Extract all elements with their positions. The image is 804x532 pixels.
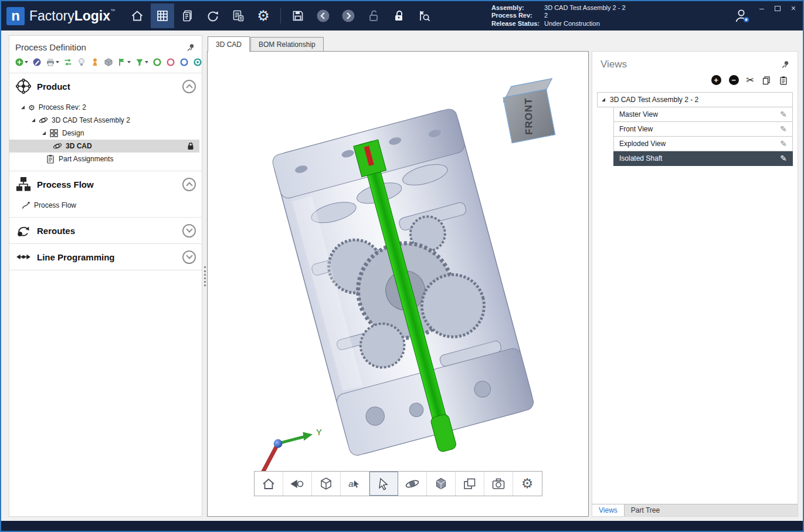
- layers-button[interactable]: [456, 472, 484, 496]
- status-green-button[interactable]: [152, 56, 162, 68]
- status-red-icon: [166, 57, 175, 67]
- print-button[interactable]: [45, 56, 60, 68]
- orientation-cube[interactable]: FRONT: [492, 77, 566, 146]
- views-root-row[interactable]: 3D CAD Test Assembly 2 - 2: [597, 92, 793, 107]
- settings-button[interactable]: ⚙: [252, 4, 275, 28]
- paste-icon[interactable]: [779, 76, 788, 85]
- view-row-front[interactable]: Front View ✎: [613, 122, 793, 137]
- expand-reroutes-button[interactable]: [182, 224, 196, 238]
- maximize-button[interactable]: [775, 6, 781, 11]
- filter-icon: [135, 57, 144, 67]
- save-button[interactable]: [286, 4, 310, 28]
- edit-view-icon[interactable]: ✎: [780, 140, 787, 148]
- user-session-button[interactable]: [730, 4, 754, 28]
- viewport-toolbar: a ⚙: [254, 471, 542, 496]
- web-edit-button[interactable]: [32, 56, 42, 68]
- lock-button[interactable]: [387, 4, 411, 28]
- isolate-button[interactable]: [427, 472, 456, 496]
- deploy-button[interactable]: [117, 56, 131, 68]
- minimize-button[interactable]: –: [759, 4, 764, 12]
- section-reroutes[interactable]: Reroutes: [9, 217, 202, 243]
- section-line-programming[interactable]: Line Programming: [9, 243, 202, 270]
- section-product[interactable]: Product: [9, 73, 202, 99]
- find-process-button[interactable]: [412, 4, 436, 28]
- print-icon: [46, 57, 55, 67]
- view-row-isolated-shaft[interactable]: Isolated Shaft ✎: [613, 151, 793, 166]
- sync-button[interactable]: [201, 4, 225, 28]
- home-icon: [130, 9, 144, 23]
- view-row-exploded[interactable]: Exploded View ✎: [613, 137, 793, 151]
- close-button[interactable]: ×: [791, 4, 796, 12]
- tree-item-design[interactable]: Design: [9, 127, 202, 140]
- beaker-icon: [90, 57, 100, 67]
- expander-icon[interactable]: [602, 98, 605, 101]
- reports-button[interactable]: [226, 4, 250, 28]
- view-row-master[interactable]: Master View ✎: [613, 107, 793, 122]
- tree-item-part-assignments[interactable]: Part Assignments: [9, 153, 202, 165]
- process-rev-label: Process Rev:: [491, 12, 544, 20]
- perspective-button[interactable]: [283, 472, 312, 496]
- expand-line-programming-button[interactable]: [182, 250, 196, 264]
- edit-view-icon[interactable]: ✎: [780, 154, 787, 162]
- tab-3d-cad[interactable]: 3D CAD: [208, 36, 250, 52]
- pin-icon[interactable]: [186, 43, 195, 52]
- tab-bom-relationship[interactable]: BOM Relationship: [250, 37, 324, 51]
- pin-icon[interactable]: [781, 60, 789, 69]
- collapse-process-flow-button[interactable]: [182, 178, 196, 191]
- app-brand: FactoryLogix™: [29, 8, 115, 24]
- gears-icon: ⚙: [28, 104, 35, 111]
- unlock-button[interactable]: [362, 4, 385, 28]
- edit-view-icon[interactable]: ✎: [780, 110, 787, 118]
- add-view-button[interactable]: +: [711, 75, 721, 85]
- snapshot-button[interactable]: [484, 472, 513, 496]
- tree-item-process-rev[interactable]: ⚙ Process Rev: 2: [9, 101, 202, 114]
- expander-icon[interactable]: [32, 118, 35, 122]
- collapse-product-button[interactable]: [182, 80, 196, 93]
- tree-item-process-flow[interactable]: Process Flow: [9, 199, 202, 212]
- status-blue-button[interactable]: [179, 56, 189, 68]
- locked-icon: [186, 141, 195, 151]
- edit-view-icon[interactable]: ✎: [780, 125, 787, 133]
- process-editor-button[interactable]: [151, 4, 174, 28]
- documents-stack-button[interactable]: [176, 4, 199, 28]
- remove-view-button[interactable]: −: [729, 75, 739, 85]
- tab-part-tree[interactable]: Part Tree: [625, 504, 666, 516]
- reroutes-icon: [15, 222, 32, 239]
- tree-item-3d-cad[interactable]: 3D CAD: [9, 140, 199, 153]
- select-tool-button[interactable]: [369, 472, 398, 496]
- tree-item-assembly[interactable]: 3D CAD Test Assembly 2: [9, 114, 202, 127]
- copy-icon[interactable]: [762, 76, 771, 85]
- cad-viewport[interactable]: Y FRONT a: [207, 51, 589, 517]
- filter-button[interactable]: [134, 56, 149, 68]
- new-button[interactable]: [14, 56, 29, 68]
- home-button[interactable]: [125, 4, 149, 28]
- orbit-button[interactable]: [398, 472, 427, 496]
- cut-icon[interactable]: ✂: [747, 76, 754, 85]
- back-button[interactable]: [311, 4, 335, 28]
- small-cursor-icon: [351, 479, 361, 489]
- viewer-settings-button[interactable]: ⚙: [513, 472, 542, 496]
- views-toolbar: + − ✂: [592, 72, 798, 92]
- status-red-button[interactable]: [165, 56, 176, 68]
- lightbulb-button[interactable]: [76, 56, 87, 68]
- expander-icon[interactable]: [42, 131, 46, 135]
- part-assignments-icon: [46, 154, 55, 164]
- beaker-button[interactable]: [90, 56, 100, 68]
- home-view-button[interactable]: [255, 472, 283, 496]
- status-green-icon: [152, 57, 162, 67]
- expander-icon[interactable]: [21, 106, 25, 109]
- shaded-cube-button[interactable]: [312, 472, 341, 496]
- tab-views[interactable]: Views: [592, 504, 625, 516]
- section-process-flow[interactable]: Process Flow: [9, 171, 202, 197]
- lightbulb-icon: [77, 57, 86, 67]
- status-teal-button[interactable]: [192, 56, 202, 68]
- forward-button[interactable]: [337, 4, 360, 28]
- documents-stack-icon: [181, 9, 195, 23]
- cube-icon: [318, 476, 334, 492]
- package-button[interactable]: [103, 56, 114, 68]
- panel-splitter[interactable]: [202, 35, 207, 517]
- label-select-button[interactable]: a: [341, 472, 369, 496]
- home-view-icon: [261, 476, 276, 492]
- transfer-button[interactable]: [63, 56, 73, 68]
- line-programming-icon: [15, 249, 32, 265]
